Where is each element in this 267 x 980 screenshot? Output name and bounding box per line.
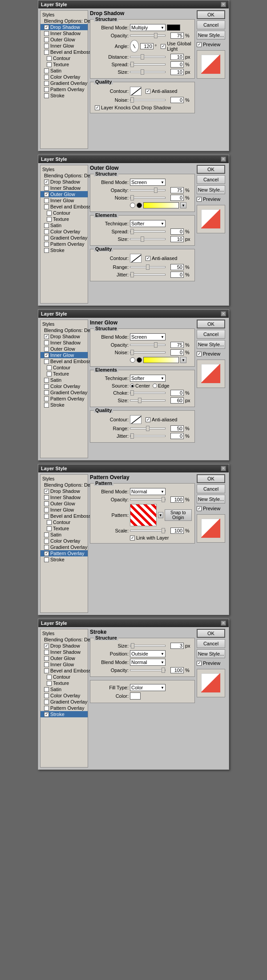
ck-str-4[interactable]: [44, 557, 49, 562]
gc-grad-3[interactable]: [143, 357, 179, 363]
sb-go-5[interactable]: Gradient Overlay: [40, 699, 88, 705]
sb-ct-3[interactable]: Contour: [40, 364, 88, 371]
range-value-2[interactable]: [170, 264, 184, 270]
noise-value-1[interactable]: [170, 97, 184, 103]
cancel-button-5[interactable]: Cancel: [197, 639, 225, 648]
scale-sl-4[interactable]: [130, 530, 166, 532]
ck-ct-5[interactable]: [47, 675, 52, 680]
new-style-button-5[interactable]: New Style...: [197, 649, 225, 658]
check-outer-glow-1[interactable]: [44, 37, 49, 42]
noise-slider-2[interactable]: [130, 197, 166, 199]
check-contour-1[interactable]: [47, 56, 52, 61]
jitter-sl-3[interactable]: [130, 435, 166, 437]
opacity-value-1[interactable]: [170, 32, 184, 39]
range-v-3[interactable]: [170, 425, 184, 432]
gc-pat-3[interactable]: ▼: [180, 357, 186, 363]
size-v-5[interactable]: [170, 643, 184, 649]
sb-str-3[interactable]: Stroke: [40, 402, 88, 408]
range-sl-3[interactable]: [130, 428, 166, 429]
jitter-slider-2[interactable]: [130, 274, 166, 276]
sb-co-5[interactable]: Color Overlay: [40, 692, 88, 699]
ck-sat-4[interactable]: [44, 532, 49, 537]
ck-be-5[interactable]: [44, 668, 49, 673]
distance-slider-1[interactable]: [130, 56, 166, 58]
check-og-2[interactable]: [44, 192, 49, 197]
sb-tx-3[interactable]: Texture: [40, 371, 88, 377]
source-edge-3[interactable]: Edge: [153, 383, 170, 388]
op-v-4[interactable]: [170, 496, 184, 503]
source-center-3[interactable]: Center: [130, 383, 150, 388]
close-button-3[interactable]: ✕: [221, 311, 226, 316]
ck-go-4[interactable]: [44, 545, 49, 550]
sb-ig-5[interactable]: Inner Glow: [40, 661, 88, 668]
sidebar-contour-2[interactable]: Contour: [40, 210, 88, 216]
size-sl-5[interactable]: [130, 645, 166, 647]
ck-og-4[interactable]: [44, 501, 49, 506]
sb-ig-3[interactable]: Inner Glow: [40, 352, 88, 358]
gc-circle-1-3[interactable]: [130, 357, 135, 363]
spread-value-1[interactable]: [170, 61, 184, 68]
ck-is-5[interactable]: [44, 650, 49, 655]
sidebar-inner-glow-2[interactable]: Inner Glow: [40, 197, 88, 204]
sidebar-item-contour-1[interactable]: Contour: [40, 55, 88, 61]
sb-sat-5[interactable]: Satin: [40, 686, 88, 692]
sidebar-item-satin-1[interactable]: Satin: [40, 68, 88, 74]
ck-co-4[interactable]: [44, 539, 49, 544]
ck-ig-4[interactable]: [44, 508, 49, 512]
sidebar-bevel-2[interactable]: Bevel and Emboss: [40, 204, 88, 210]
ok-button-5[interactable]: OK: [197, 629, 225, 638]
ck-ds-5[interactable]: [44, 644, 49, 648]
glow-color-circle-1-2[interactable]: [130, 203, 135, 208]
preview-check-2[interactable]: [197, 197, 202, 202]
ck-po-5[interactable]: [44, 706, 49, 711]
sidebar-item-blending-1[interactable]: Blending Options: Default: [40, 18, 88, 24]
sidebar-go-2[interactable]: Gradient Overlay: [40, 235, 88, 241]
sb-ds-5[interactable]: Drop Shadow: [40, 643, 88, 649]
new-style-button-1[interactable]: New Style...: [197, 31, 225, 40]
sidebar-blending-2[interactable]: Blending Options: Default: [40, 172, 88, 179]
source-center-radio-3[interactable]: [130, 384, 134, 388]
ck-og-3[interactable]: [44, 347, 49, 352]
cancel-button-1[interactable]: Cancel: [197, 20, 225, 29]
check-sa-2[interactable]: [44, 223, 49, 228]
choke-v-3[interactable]: [170, 390, 184, 396]
sidebar-stroke-2[interactable]: Stroke: [40, 247, 88, 253]
opacity-slider-1[interactable]: [130, 35, 166, 36]
sb-co-4[interactable]: Color Overlay: [40, 538, 88, 544]
pattern-btn-4[interactable]: ▼: [158, 512, 163, 518]
check-co-2[interactable]: [44, 229, 49, 234]
sidebar-outer-glow-2[interactable]: Outer Glow: [40, 191, 88, 197]
check-gradient-overlay-1[interactable]: [44, 81, 49, 86]
sb-ds-3[interactable]: Drop Shadow: [40, 333, 88, 340]
ck-go-3[interactable]: [44, 390, 49, 395]
sb-ct-4[interactable]: Contour: [40, 519, 88, 525]
check-stroke-1[interactable]: [44, 93, 49, 98]
tech-dd-3[interactable]: Softer▼: [130, 375, 166, 382]
preview-check-3[interactable]: [197, 352, 202, 356]
sb-ig-4[interactable]: Inner Glow: [40, 507, 88, 513]
check-ig-2[interactable]: [44, 198, 49, 203]
bm-dd-3[interactable]: Screen▼: [130, 333, 166, 340]
sb-blending-5[interactable]: Blending Options: Default: [40, 636, 88, 643]
aa-check-3[interactable]: [146, 417, 150, 422]
fill-type-dd-5[interactable]: Color▼: [130, 684, 166, 691]
new-style-button-3[interactable]: New Style...: [197, 340, 225, 349]
ck-str-5[interactable]: [44, 712, 49, 717]
bm-dd-5[interactable]: Normal▼: [130, 659, 166, 666]
sb-go-3[interactable]: Gradient Overlay: [40, 389, 88, 396]
pos-dd-5[interactable]: Outside▼: [130, 650, 166, 657]
cancel-button-3[interactable]: Cancel: [197, 330, 225, 339]
sidebar-po-2[interactable]: Pattern Overlay: [40, 241, 88, 247]
op-sl-4[interactable]: [130, 499, 166, 500]
sb-og-3[interactable]: Outer Glow: [40, 346, 88, 352]
sb-tx-5[interactable]: Texture: [40, 680, 88, 686]
sidebar-item-gradient-overlay-1[interactable]: Gradient Overlay: [40, 80, 88, 86]
ck-tx-4[interactable]: [47, 526, 52, 531]
ck-ig-3[interactable]: [44, 353, 49, 358]
ck-sat-5[interactable]: [44, 687, 49, 692]
size-slider-2[interactable]: [130, 238, 166, 240]
spread-slider-2[interactable]: [130, 231, 166, 232]
contour-prev-3[interactable]: [130, 415, 142, 424]
sb-og-4[interactable]: Outer Glow: [40, 500, 88, 507]
bm-dropdown-2[interactable]: Screen▼: [130, 179, 166, 186]
